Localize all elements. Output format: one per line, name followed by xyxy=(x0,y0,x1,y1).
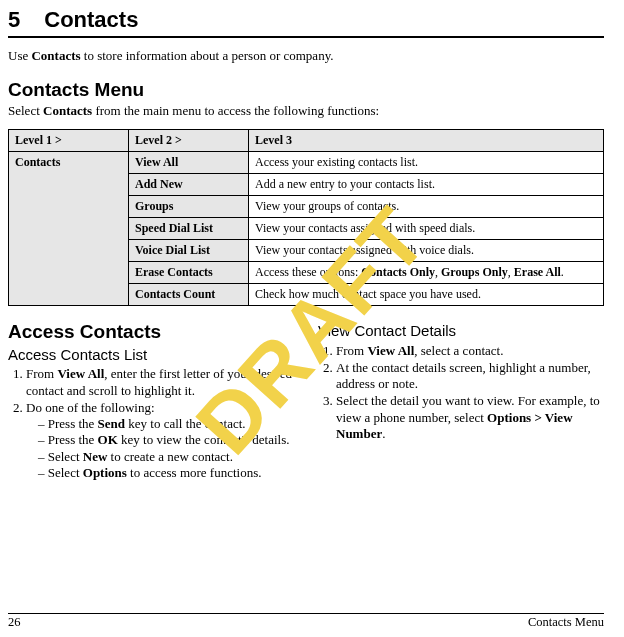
text: From xyxy=(336,343,367,358)
list-item: Press the OK key to view the contact's d… xyxy=(38,432,294,448)
sub-steps-list: Press the Send key to call the contact. … xyxy=(26,416,294,481)
cell-level3: Access your existing contacts list. xyxy=(249,151,604,173)
section-heading-access-contacts: Access Contacts xyxy=(8,320,294,344)
left-column: Access Contacts Access Contacts List Fro… xyxy=(8,320,294,482)
text-bold: Groups Only xyxy=(441,265,508,279)
chapter-number: 5 xyxy=(8,6,20,34)
page-footer: 26 Contacts Menu xyxy=(8,613,604,631)
subheading-view-contact-details: View Contact Details xyxy=(318,322,604,341)
text-bold: Contacts xyxy=(31,48,80,63)
text-bold: Contacts Only xyxy=(361,265,435,279)
steps-list: From View All, select a contact. At the … xyxy=(318,343,604,443)
cell-level1: Contacts xyxy=(9,151,129,305)
text-bold: View All xyxy=(367,343,414,358)
list-item: Select the detail you want to view. For … xyxy=(336,393,604,442)
text-bold: Contacts xyxy=(43,103,92,118)
cell-level2: Add New xyxy=(129,173,249,195)
cell-level2: Contacts Count xyxy=(129,283,249,305)
text: Select xyxy=(48,449,83,464)
right-column: View Contact Details From View All, sele… xyxy=(318,320,604,482)
text-bold: OK xyxy=(98,432,118,447)
text: key to view the contact's details. xyxy=(118,432,290,447)
text-bold: Options xyxy=(83,465,127,480)
list-item: From View All, select a contact. xyxy=(336,343,604,359)
table-row: Contacts View All Access your existing c… xyxy=(9,151,604,173)
page-number: 26 xyxy=(8,615,21,631)
text: Do one of the following: xyxy=(26,400,155,415)
list-item: From View All, enter the first letter of… xyxy=(26,366,294,399)
text-bold: Erase All xyxy=(514,265,561,279)
text: Use xyxy=(8,48,31,63)
cell-level2: Erase Contacts xyxy=(129,261,249,283)
subheading-access-contacts-list: Access Contacts List xyxy=(8,346,294,365)
text: key to call the contact. xyxy=(125,416,246,431)
text: . xyxy=(561,265,564,279)
chapter-intro: Use Contacts to store information about … xyxy=(8,48,604,64)
table-header-row: Level 1 > Level 2 > Level 3 xyxy=(9,129,604,151)
col-header-level2: Level 2 > xyxy=(129,129,249,151)
list-item: Select Options to access more functions. xyxy=(38,465,294,481)
text: from the main menu to access the followi… xyxy=(92,103,379,118)
cell-level3: Check how much contact space you have us… xyxy=(249,283,604,305)
text-bold: View All xyxy=(57,366,104,381)
chapter-title: Contacts xyxy=(44,6,138,34)
cell-level3: Add a new entry to your contacts list. xyxy=(249,173,604,195)
list-item: Select New to create a new contact. xyxy=(38,449,294,465)
text: Press the xyxy=(48,432,98,447)
chapter-header: 5 Contacts xyxy=(8,6,604,38)
text-bold: Send xyxy=(98,416,125,431)
cell-level3: View your contacts assigned with speed d… xyxy=(249,217,604,239)
cell-level2: View All xyxy=(129,151,249,173)
text: Select xyxy=(48,465,83,480)
cell-level3: Access these options: Contacts Only, Gro… xyxy=(249,261,604,283)
list-item: Press the Send key to call the contact. xyxy=(38,416,294,432)
cell-level3: View your contacts assigned with voice d… xyxy=(249,239,604,261)
cell-level2: Groups xyxy=(129,195,249,217)
footer-section-label: Contacts Menu xyxy=(528,615,604,631)
text: Select xyxy=(8,103,43,118)
steps-list: From View All, enter the first letter of… xyxy=(8,366,294,481)
cell-level2: Voice Dial List xyxy=(129,239,249,261)
text: From xyxy=(26,366,57,381)
col-header-level3: Level 3 xyxy=(249,129,604,151)
text: , select a contact. xyxy=(414,343,503,358)
text: to store information about a person or c… xyxy=(81,48,334,63)
text-bold: New xyxy=(83,449,108,464)
list-item: Do one of the following: Press the Send … xyxy=(26,400,294,481)
list-item: At the contact details screen, highlight… xyxy=(336,360,604,393)
cell-level2: Speed Dial List xyxy=(129,217,249,239)
cell-level3: View your groups of contacts. xyxy=(249,195,604,217)
text: Press the xyxy=(48,416,98,431)
section-heading-contacts-menu: Contacts Menu xyxy=(8,78,604,102)
menu-levels-table: Level 1 > Level 2 > Level 3 Contacts Vie… xyxy=(8,129,604,306)
text: Access these options: xyxy=(255,265,361,279)
text: to create a new contact. xyxy=(107,449,233,464)
section-intro: Select Contacts from the main menu to ac… xyxy=(8,103,604,119)
text: to access more functions. xyxy=(127,465,262,480)
col-header-level1: Level 1 > xyxy=(9,129,129,151)
text: . xyxy=(382,426,385,441)
